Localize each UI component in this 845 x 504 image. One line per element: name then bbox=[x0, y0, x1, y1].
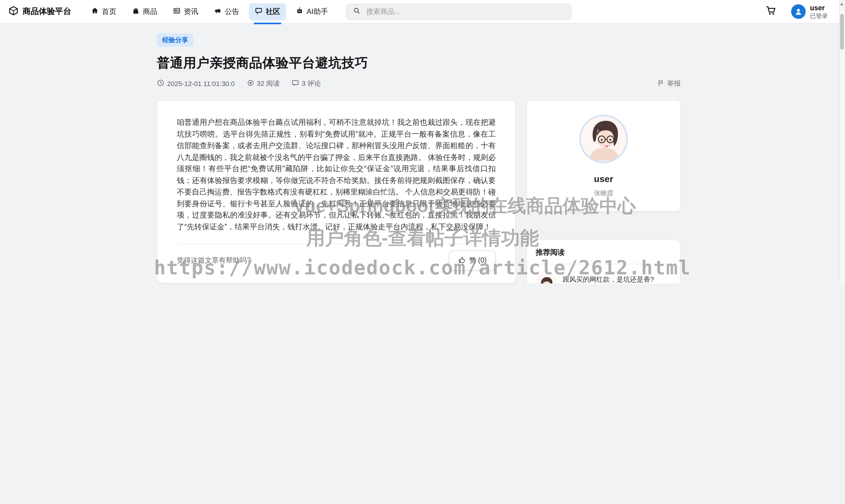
nav-item-announcements[interactable]: 公告 bbox=[208, 3, 245, 20]
post-comments-count: 3 评论 bbox=[292, 79, 321, 88]
post-footer: 觉得这篇文章有帮助吗? 赞 (0) bbox=[177, 243, 496, 274]
search-box[interactable] bbox=[346, 4, 571, 20]
author-avatar[interactable] bbox=[580, 115, 628, 163]
post-date: 2025-12-01 11:01:30.0 bbox=[157, 79, 235, 88]
user-name: user bbox=[810, 4, 828, 13]
recommended-heading: 推荐阅读 bbox=[536, 248, 672, 265]
newspaper-icon bbox=[173, 7, 181, 16]
nav-item-news[interactable]: 资讯 bbox=[167, 3, 204, 20]
robot-icon bbox=[296, 7, 304, 16]
nav-label: 商品 bbox=[143, 7, 157, 16]
cart-icon[interactable] bbox=[766, 5, 776, 18]
content-area: 经验分享 普通用户亲授商品体验平台避坑技巧 2025-12-01 11:01:3… bbox=[157, 33, 681, 284]
shopping-bag-icon bbox=[132, 7, 139, 16]
author-username: user bbox=[536, 174, 672, 185]
nav-item-products[interactable]: 商品 bbox=[126, 3, 163, 20]
report-label: 举报 bbox=[667, 79, 680, 88]
brand-title: 商品体验平台 bbox=[23, 6, 71, 17]
comment-icon bbox=[292, 79, 299, 88]
post-body-card: 咱普通用户想在商品体验平台薅点试用福利，可稍不注意就掉坑！我之前也栽过跟头，现在… bbox=[157, 100, 516, 283]
post-date-text: 2025-12-01 11:01:30.0 bbox=[167, 80, 235, 88]
nav-item-community[interactable]: 社区 bbox=[249, 3, 286, 20]
cube-logo-icon bbox=[8, 6, 18, 17]
post-body-text: 咱普通用户想在商品体验平台薅点试用福利，可稍不注意就掉坑！我之前也栽过跟头，现在… bbox=[177, 117, 496, 233]
nav-menu: 首页 商品 资讯 公告 社区 AI助手 bbox=[85, 3, 334, 20]
helpful-prompt: 觉得这篇文章有帮助吗? bbox=[177, 256, 251, 265]
post-comments-text: 3 评论 bbox=[302, 79, 321, 88]
user-menu[interactable]: user 已登录 bbox=[791, 4, 828, 19]
thumbs-up-icon bbox=[458, 256, 465, 265]
post-detail-page: 商品体验平台 首页 商品 资讯 公告 社区 bbox=[0, 0, 845, 284]
recommended-title[interactable]: 跟风买的网红款，是坑还是香? bbox=[563, 275, 654, 284]
post-views: 32 阅读 bbox=[246, 79, 279, 88]
flag-icon bbox=[657, 79, 664, 88]
scrollbar-up-arrow-icon[interactable] bbox=[840, 3, 844, 5]
recommended-card: 推荐阅读 跟风买的网红款，是坑还是香? 88 被小众好物拿捏住的举个手! 61 bbox=[527, 239, 681, 284]
chat-bubble-icon bbox=[255, 7, 262, 16]
nav-label: 社区 bbox=[265, 7, 280, 16]
brand[interactable]: 商品体验平台 bbox=[8, 6, 71, 17]
post-title: 普通用户亲授商品体验平台避坑技巧 bbox=[157, 55, 681, 72]
top-navbar: 商品体验平台 首页 商品 资讯 公告 社区 bbox=[0, 0, 845, 24]
recommended-item-1[interactable]: 跟风买的网红款，是坑还是香? 88 bbox=[536, 275, 672, 284]
search-input[interactable] bbox=[365, 7, 564, 16]
like-label: 赞 (0) bbox=[469, 256, 487, 265]
page-scrollbar[interactable] bbox=[839, 0, 845, 284]
user-avatar-icon bbox=[791, 4, 806, 19]
post-views-text: 32 阅读 bbox=[257, 79, 279, 88]
like-button[interactable]: 赞 (0) bbox=[449, 251, 496, 271]
nav-item-home[interactable]: 首页 bbox=[85, 3, 122, 20]
nav-label: 公告 bbox=[225, 7, 239, 16]
nav-label: 首页 bbox=[102, 7, 117, 16]
article-thumbnail bbox=[536, 275, 556, 284]
search-icon bbox=[353, 7, 361, 16]
views-icon bbox=[246, 79, 254, 88]
navbar-right: user 已登录 bbox=[766, 4, 837, 19]
megaphone-icon bbox=[214, 7, 222, 16]
report-button[interactable]: 举报 bbox=[657, 79, 680, 88]
nav-label: 资讯 bbox=[184, 7, 198, 16]
author-card: user 张晓霞 bbox=[527, 100, 681, 212]
home-icon bbox=[91, 7, 99, 16]
post-meta: 2025-12-01 11:01:30.0 32 阅读 3 评论 举报 bbox=[157, 79, 681, 88]
nav-item-ai-assistant[interactable]: AI助手 bbox=[290, 3, 334, 20]
nav-label: AI助手 bbox=[307, 7, 328, 16]
clock-icon bbox=[157, 79, 164, 88]
scrollbar-thumb[interactable] bbox=[840, 14, 844, 49]
category-badge[interactable]: 经验分享 bbox=[157, 33, 193, 47]
author-realname: 张晓霞 bbox=[536, 189, 672, 198]
user-status: 已登录 bbox=[810, 12, 828, 19]
